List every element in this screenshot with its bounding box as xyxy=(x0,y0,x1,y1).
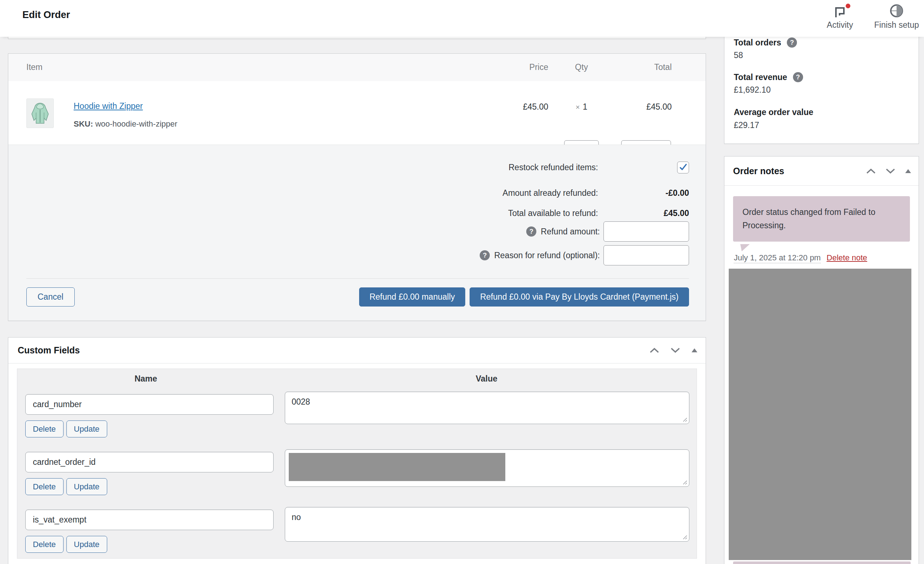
custom-fields-title: Custom Fields xyxy=(18,345,80,356)
order-items-panel: Item Price Qty Total Hoodie with Zipper … xyxy=(8,53,706,321)
restock-checkbox[interactable] xyxy=(677,162,689,174)
redacted-notes-block xyxy=(729,269,911,560)
help-icon[interactable]: ? xyxy=(793,72,803,82)
activity-flag-icon xyxy=(813,4,867,19)
sku-label: SKU: xyxy=(74,120,93,129)
refund-reason-row: ? Reason for refund (optional): xyxy=(480,245,689,265)
order-notes-title: Order notes xyxy=(733,166,784,177)
custom-field-actions: Delete Update xyxy=(25,478,107,495)
sku-value: woo-hoodie-with-zipper xyxy=(95,120,177,129)
custom-fields-panel: Custom Fields Name Value Delete Update xyxy=(8,337,706,564)
custom-field-value-textarea[interactable] xyxy=(285,449,689,487)
page-title: Edit Order xyxy=(22,9,70,21)
activity-badge xyxy=(846,4,850,8)
custom-fields-table: Name Value Delete Update 0028 Delete Upd… xyxy=(17,368,697,559)
product-sku: SKU: woo-hoodie-with-zipper xyxy=(74,120,177,129)
resize-handle-icon[interactable] xyxy=(682,480,687,485)
resize-handle-icon[interactable] xyxy=(682,535,687,540)
custom-field-actions: Delete Update xyxy=(25,536,107,553)
update-button[interactable]: Update xyxy=(66,420,107,437)
resize-handle-icon[interactable] xyxy=(682,417,687,422)
total-revenue-label: Total revenue xyxy=(734,72,787,82)
total-orders-label: Total orders xyxy=(734,38,781,48)
refund-reason-input[interactable] xyxy=(603,245,689,265)
chevron-up-icon[interactable] xyxy=(866,168,876,174)
update-button[interactable]: Update xyxy=(66,478,107,495)
refund-via-gateway-button[interactable]: Refund £0.00 via Pay By Lloyds Cardnet (… xyxy=(470,287,689,307)
refund-section: Restock refunded items: Amount already r… xyxy=(8,145,706,320)
custom-field-name-input[interactable] xyxy=(25,452,274,473)
amount-refunded-value: -£0.00 xyxy=(598,188,689,198)
note-date: July 1, 2025 at 12:20 pm xyxy=(734,253,821,263)
chevron-up-icon[interactable] xyxy=(650,347,659,353)
finish-setup-label: Finish setup xyxy=(874,20,919,30)
restock-label: Restock refunded items: xyxy=(508,163,598,172)
average-order-value-label: Average order value xyxy=(734,108,813,117)
hoodie-image xyxy=(30,102,50,125)
chevron-down-icon[interactable] xyxy=(670,347,680,353)
qty-value: 1 xyxy=(582,102,587,111)
custom-field-value-textarea[interactable]: 0028 xyxy=(285,392,689,424)
order-item-row: Hoodie with Zipper SKU: woo-hoodie-with-… xyxy=(8,81,706,145)
total-available-row: Total available to refund: £45.00 xyxy=(508,207,689,219)
total-orders-value: 58 xyxy=(734,51,743,60)
order-notes-header[interactable]: Order notes xyxy=(724,157,919,186)
edit-order-page: Edit Order Activity Finish setup xyxy=(0,0,924,564)
help-icon[interactable]: ? xyxy=(480,250,490,260)
cancel-button[interactable]: Cancel xyxy=(26,287,75,307)
total-orders-label-row: Total orders ? xyxy=(734,37,797,48)
note-bubble-tail xyxy=(740,244,750,251)
checkbox-check-icon xyxy=(679,164,687,171)
items-table-header: Item Price Qty Total xyxy=(8,54,706,81)
delete-button[interactable]: Delete xyxy=(25,536,63,553)
column-header-total: Total xyxy=(592,62,672,72)
order-notes-panel: Order notes Order status changed from Fa… xyxy=(724,156,919,564)
activity-label: Activity xyxy=(827,20,853,30)
restock-row: Restock refunded items: xyxy=(508,162,689,173)
value-column-header: Value xyxy=(432,374,541,384)
qty-multiply-sign: × xyxy=(576,103,580,111)
refund-manually-button[interactable]: Refund £0.00 manually xyxy=(359,287,466,307)
order-stats-panel: Total orders ? 58 Total revenue ? £1,692… xyxy=(724,32,919,144)
finish-setup-button[interactable]: Finish setup xyxy=(869,4,924,30)
column-header-price: Price xyxy=(469,62,548,72)
activity-button[interactable]: Activity xyxy=(813,4,867,30)
help-icon[interactable]: ? xyxy=(526,226,536,236)
name-column-header: Name xyxy=(92,374,200,384)
chevron-down-icon[interactable] xyxy=(885,168,896,174)
total-available-label: Total available to refund: xyxy=(508,208,598,218)
custom-field-name-input[interactable] xyxy=(25,510,274,530)
column-header-item: Item xyxy=(26,62,43,72)
refund-reason-label: Reason for refund (optional): xyxy=(494,251,600,260)
custom-field-name-input[interactable] xyxy=(25,394,274,415)
refund-amount-input[interactable] xyxy=(603,221,689,242)
total-revenue-label-row: Total revenue ? xyxy=(734,72,803,82)
product-link[interactable]: Hoodie with Zipper xyxy=(74,101,143,111)
refund-amount-label: Refund amount: xyxy=(541,227,600,236)
average-order-value-value: £29.17 xyxy=(734,120,759,130)
total-available-value: £45.00 xyxy=(598,208,689,218)
delete-note-link[interactable]: Delete note xyxy=(826,253,867,262)
order-note-bubble: Order status changed from Failed to Proc… xyxy=(733,196,910,242)
help-icon[interactable]: ? xyxy=(787,37,797,48)
update-button[interactable]: Update xyxy=(66,536,107,553)
custom-field-value-textarea[interactable]: no xyxy=(285,507,689,542)
refund-buttons: Refund £0.00 manually Refund £0.00 via P… xyxy=(359,287,689,307)
next-note-bubble-cut xyxy=(733,561,910,564)
item-total: £45.00 xyxy=(592,102,672,112)
collapse-triangle-icon[interactable] xyxy=(691,348,698,353)
item-price: £45.00 xyxy=(469,102,548,112)
product-thumbnail xyxy=(26,99,54,128)
delete-button[interactable]: Delete xyxy=(25,420,63,437)
custom-field-actions: Delete Update xyxy=(25,420,107,437)
delete-button[interactable]: Delete xyxy=(25,478,63,495)
total-revenue-value: £1,692.10 xyxy=(734,85,771,95)
amount-refunded-label: Amount already refunded: xyxy=(502,188,598,198)
custom-fields-header[interactable]: Custom Fields xyxy=(8,338,706,364)
collapse-triangle-icon[interactable] xyxy=(905,169,911,174)
top-header-bar: Edit Order Activity Finish setup xyxy=(0,0,924,37)
refund-divider xyxy=(26,278,689,279)
amount-refunded-row: Amount already refunded: -£0.00 xyxy=(502,187,689,199)
refund-amount-row: ? Refund amount: xyxy=(526,221,689,242)
finish-setup-contrast-icon xyxy=(869,4,924,19)
